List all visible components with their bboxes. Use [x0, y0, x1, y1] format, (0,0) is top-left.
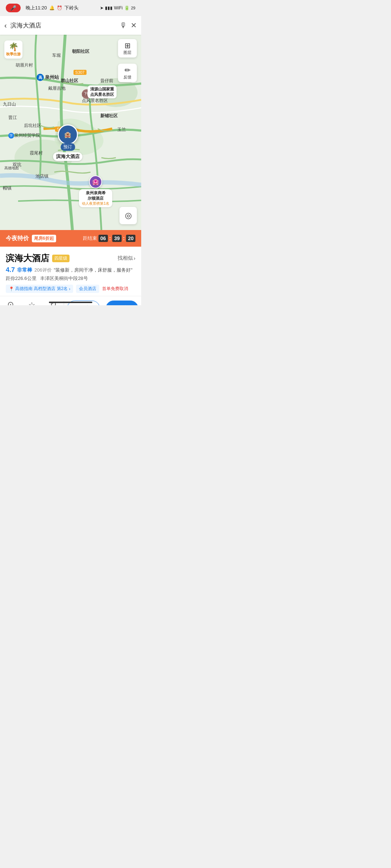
hotel-header: 滨海大酒店 四星级 找相似 › — [6, 252, 135, 264]
mic-icon: 🎤 — [10, 5, 16, 11]
search-input[interactable]: 滨海大酒店 — [10, 21, 116, 30]
hilton-name2: 尔顿酒店 — [82, 196, 109, 201]
station-label: 泉州站 — [45, 74, 59, 81]
rating-quote: "装修新，房间干净，床舒服，服务好" — [54, 267, 133, 273]
battery-level: 29 — [131, 6, 135, 10]
back-button[interactable]: ‹ — [4, 21, 7, 30]
hotel-stars: 四星级 — [52, 255, 70, 262]
autumn-travel-badge[interactable]: 🌴 秋季出游 — [4, 41, 22, 59]
distance: 距你226.6公里 — [6, 276, 37, 281]
deal-banner[interactable]: 今夜特价 尾房6折起 距结束 06 : 39 : 20 — [0, 230, 141, 247]
search-close-icon[interactable]: ✕ — [131, 21, 137, 30]
hotel-pin: 🏨 — [58, 124, 78, 145]
location-label: 下岭头 — [64, 5, 79, 11]
map-label-cheku: 车堀 — [52, 52, 61, 59]
deal-title: 今夜特价 — [6, 235, 29, 242]
layers-icon: ⊞ — [120, 41, 135, 50]
gaode-label: 高德指南 高档型酒店 第2名 — [15, 286, 68, 292]
scenic-name2: 点风景名胜区 — [90, 92, 114, 97]
map-label-maozhen: 帽镇 — [3, 185, 12, 191]
map-label-jinjiang: 晋江 — [8, 115, 17, 121]
chevron-right-icon: › — [134, 255, 135, 261]
map-label-xiaweivillage: 霞尾村 — [30, 150, 43, 156]
gaode-logo: 高德地图 — [4, 166, 19, 171]
countdown-label: 距结束 — [83, 235, 97, 242]
hotel-name-row: 滨海大酒店 四星级 — [6, 252, 70, 264]
nav-collect[interactable]: ☆ 1406 — [21, 301, 43, 306]
countdown-minutes: 39 — [112, 235, 122, 242]
autumn-emoji: 🌴 — [9, 42, 18, 52]
hotel-marker-hilton[interactable]: 🏩 泉州泉商希 尔顿酒店 动人夜景榜第1名 — [79, 175, 112, 207]
deal-tag: 尾房6折起 — [32, 235, 56, 242]
tag-member[interactable]: 会员酒店 — [76, 285, 99, 293]
map-label-qunshan: 群山社区 — [61, 78, 78, 84]
tag-gaode[interactable]: 📍 高德指南 高档型酒店 第2名 › — [6, 285, 73, 293]
nav-route-button[interactable]: 路线 — [106, 301, 138, 306]
station-icon: 高 — [37, 74, 44, 81]
hotel-pin-icon: 🏨 — [64, 131, 71, 138]
deal-banner-left: 今夜特价 尾房6折起 — [6, 235, 56, 242]
route-label: 路线 — [116, 305, 128, 306]
navigation-icon: ➤ — [100, 5, 104, 10]
hilton-info: 泉州泉商希 尔顿酒店 动人夜景榜第1名 — [79, 189, 112, 207]
nav-label: 导航 — [78, 305, 89, 306]
signal-icon: ▮▮▮ — [105, 5, 113, 10]
rating-count[interactable]: 206评价 — [34, 267, 52, 273]
gaode-chevron: › — [69, 286, 70, 292]
map-feedback-button[interactable]: ✏ 反馈 — [118, 64, 137, 82]
map-label-xinpu: 新铺社区 — [100, 113, 118, 119]
map-location-button[interactable]: ◎ — [119, 207, 137, 224]
hotel-marker-label: 滨海大酒店 — [53, 152, 83, 161]
search-bar: ‹ 滨海大酒店 🎙 ✕ — [0, 16, 141, 35]
autumn-label: 秋季出游 — [6, 52, 21, 57]
hotel-tags: 📍 高德指南 高档型酒店 第2名 › 会员酒店 首单免费取消 — [6, 285, 135, 293]
map-label-chidian: 池店镇 — [35, 173, 49, 179]
feedback-label: 反馈 — [120, 75, 135, 80]
home-indicator — [49, 302, 92, 303]
hotel-rating-row: 4.7 非常棒 206评价 "装修新，房间干净，床舒服，服务好" — [6, 266, 135, 274]
quanzhou-station-marker[interactable]: 高 泉州站 — [37, 74, 59, 81]
map-label-daicuo: 戴厝吉地 — [48, 85, 66, 92]
status-icons: ➤ ▮▮▮ WiFi 🔋 29 — [100, 5, 135, 10]
mic-status: 🎤 — [6, 4, 21, 12]
hilton-name: 泉州泉商希 — [82, 190, 109, 196]
alarm-icon: 🔔 — [49, 5, 55, 10]
tag-free[interactable]: 首单免费取消 — [102, 285, 128, 293]
map-area[interactable]: 🌴 秋季出游 ⊞ 图层 ✏ 反馈 ◎ 朝阳社区 车堀 胡厝片村 群山社区 戴厝吉… — [0, 35, 141, 230]
battery-icon: 🔋 — [124, 5, 130, 10]
gaode-icon: 📍 — [9, 286, 14, 292]
hotel-address: 距你226.6公里 丰泽区美桐街中段28号 — [6, 275, 135, 282]
countdown-seconds: 20 — [126, 235, 135, 242]
map-label-jiurishan: 九日山 — [3, 101, 16, 107]
status-bar: 🎤 晚上11:20 🔔 ⏰ 下岭头 ➤ ▮▮▮ WiFi 🔋 29 — [0, 0, 141, 16]
similar-label: 找相似 — [118, 255, 133, 261]
nearby-icon: ⊙ — [7, 300, 14, 305]
wifi-icon: WiFi — [114, 5, 123, 10]
hotel-name: 滨海大酒店 — [6, 252, 49, 264]
nav-nearby[interactable]: ⊙ 周边 — [0, 300, 21, 305]
countdown-sep1: : — [109, 235, 111, 241]
hotel-marker-main[interactable]: 🏨 预订 滨海大酒店 — [53, 124, 83, 161]
countdown-sep2: : — [123, 235, 125, 241]
scenic-label-box: 清源山国家重 点风景名胜区 — [88, 85, 117, 98]
rating-label: 非常棒 — [17, 267, 32, 273]
bottom-nav: ⊙ 周边 ☆ 1406 ↻ 分享 导航 路线 — [0, 296, 141, 305]
layers-label: 图层 — [120, 50, 135, 55]
hotel-booking-tag[interactable]: 预订 — [60, 143, 75, 151]
hotel-similar-button[interactable]: 找相似 › — [118, 255, 135, 261]
location-icon: ◎ — [125, 211, 132, 220]
address: 丰泽区美桐街中段28号 — [40, 276, 88, 281]
map-layers-button[interactable]: ⊞ 图层 — [118, 39, 137, 58]
map-label-yulan: 玉兰 — [117, 127, 126, 133]
search-mic-icon[interactable]: 🎙 — [120, 21, 127, 30]
rating-score: 4.7 — [6, 266, 15, 274]
map-label-university: 学泉州经贸学院 — [8, 132, 40, 139]
scenic-name1: 清源山国家重 — [90, 86, 114, 92]
feedback-icon: ✏ — [120, 66, 135, 75]
university-icon: 学 — [8, 133, 14, 139]
clock-icon: ⏰ — [57, 5, 62, 10]
status-time: 晚上11:20 — [26, 5, 47, 11]
hilton-icon: 🏩 — [92, 178, 99, 185]
deal-countdown: 距结束 06 : 39 : 20 — [83, 235, 135, 242]
road-badge-s307-1: S307 — [73, 70, 87, 75]
